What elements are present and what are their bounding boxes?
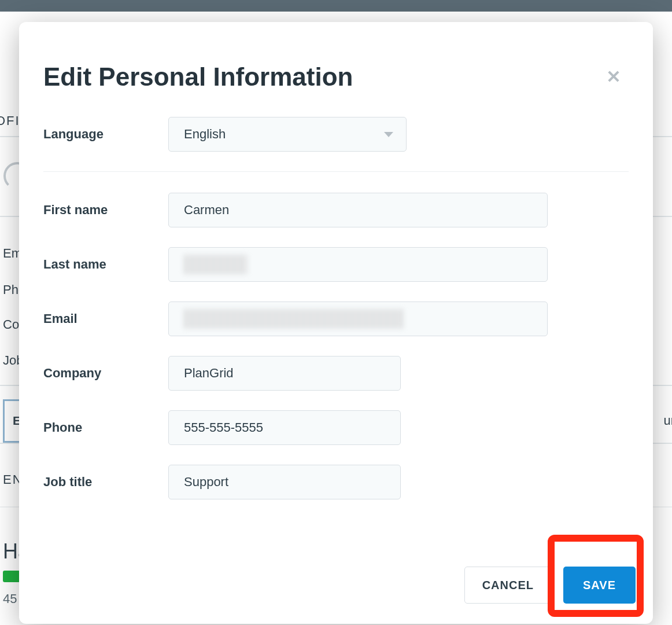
modal-footer: CANCEL SAVE [464, 567, 636, 604]
job-title-row: Job title [43, 465, 629, 499]
first-name-input[interactable] [168, 193, 548, 227]
bg-progress-bar [3, 571, 20, 582]
first-name-label: First name [43, 203, 168, 218]
company-label: Company [43, 366, 168, 381]
bg-label-company: Co [3, 317, 19, 332]
company-input[interactable] [168, 356, 401, 391]
redacted-text [184, 309, 404, 329]
language-row: Language English [43, 117, 629, 152]
cancel-button[interactable]: CANCEL [464, 567, 552, 604]
job-title-label: Job title [43, 475, 168, 490]
save-button[interactable]: SAVE [563, 567, 636, 604]
bg-tab-fragment: unt [663, 413, 672, 428]
close-icon [605, 68, 622, 84]
phone-row: Phone [43, 410, 629, 445]
email-row: Email [43, 302, 629, 336]
modal-title: Edit Personal Information [43, 62, 629, 91]
language-select[interactable]: English [168, 117, 407, 152]
language-value: English [184, 127, 226, 142]
edit-personal-info-modal: Edit Personal Information Language Engli… [19, 22, 653, 624]
last-name-row: Last name [43, 247, 629, 282]
section-divider [43, 171, 629, 172]
email-label: Email [43, 311, 168, 326]
bg-remaining-text: 45 [3, 591, 17, 606]
last-name-input[interactable] [168, 247, 548, 282]
language-label: Language [43, 127, 168, 142]
job-title-input[interactable] [168, 465, 401, 499]
company-row: Company [43, 356, 629, 391]
first-name-row: First name [43, 193, 629, 227]
phone-label: Phone [43, 420, 168, 435]
last-name-label: Last name [43, 257, 168, 272]
email-input[interactable] [168, 302, 548, 336]
phone-input[interactable] [168, 410, 401, 445]
redacted-text [184, 255, 248, 274]
chevron-down-icon [384, 132, 393, 137]
close-button[interactable] [603, 66, 624, 87]
